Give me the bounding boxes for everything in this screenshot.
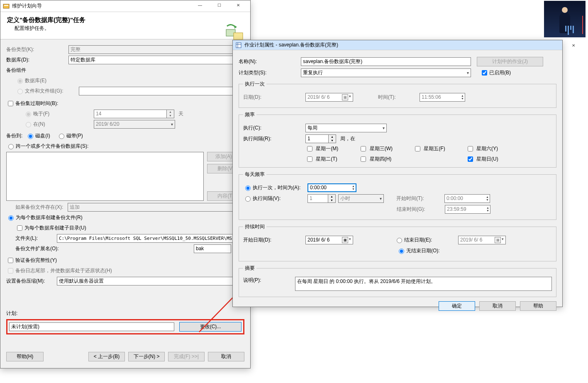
weekday-mon[interactable]: 星期一(M) bbox=[305, 145, 338, 153]
summary-label: 说明(P): bbox=[243, 277, 295, 284]
weekday-wed[interactable]: 星期三(W) bbox=[359, 145, 393, 153]
jobs-in-schedule-button: 计划中的作业(J) bbox=[477, 57, 543, 66]
folder-label: 文件夹(L): bbox=[15, 235, 57, 242]
dur-start-date-input[interactable]: 2019/ 6/ 6▦▾ bbox=[305, 236, 353, 244]
wizard-help-button[interactable]: 帮助(H) bbox=[6, 352, 44, 361]
weekday-thu[interactable]: 星期四(H) bbox=[359, 155, 393, 163]
dur-no-end-radio[interactable] bbox=[399, 249, 404, 254]
sched-enabled-checkbox[interactable] bbox=[482, 70, 487, 76]
svg-marker-4 bbox=[234, 25, 237, 29]
component-files-input bbox=[79, 87, 244, 95]
backup-to-tape-radio[interactable] bbox=[59, 134, 64, 139]
set-expire-checkbox[interactable] bbox=[8, 101, 13, 106]
summary-group: 摘要 说明(P): 在每周 星期日 的 0:00:00 执行。将从 2019/6… bbox=[239, 265, 556, 297]
outer-close-button[interactable]: ✕ bbox=[564, 39, 583, 51]
wizard-titlebar[interactable]: 维护计划向导 — ☐ ✕ bbox=[0, 0, 250, 12]
summary-legend: 摘要 bbox=[243, 265, 256, 272]
weekday-sat[interactable]: 星期六(Y) bbox=[466, 145, 498, 153]
per-db-subdir-label: 为每个数据库创建子目录(U) bbox=[24, 224, 86, 232]
chevron-down-icon: ▾ bbox=[383, 126, 385, 130]
backup-to-disk-label: 磁盘(I) bbox=[35, 132, 50, 139]
schedule-title: 作业计划属性 - saveplan.备份数据库(完整) bbox=[244, 41, 560, 49]
dur-end-date-input: 2019/ 6/ 6▦▾ bbox=[458, 236, 506, 244]
backup-files-listbox[interactable] bbox=[6, 152, 204, 201]
wizard-cancel-button[interactable]: 取消 bbox=[208, 352, 244, 361]
svg-rect-3 bbox=[234, 33, 243, 39]
extension-label: 备份文件扩展名(O): bbox=[15, 245, 194, 252]
svg-rect-6 bbox=[236, 43, 241, 48]
verify-integrity-checkbox[interactable] bbox=[8, 258, 13, 263]
summary-textarea[interactable]: 在每周 星期日 的 0:00:00 执行。将从 2019/6/6 开始使用计划。 bbox=[295, 277, 552, 291]
once-date-label: 日期(D): bbox=[243, 94, 305, 101]
wizard-app-icon bbox=[3, 3, 10, 10]
per-db-subdir-checkbox[interactable] bbox=[17, 225, 22, 231]
across-files-radio[interactable] bbox=[8, 144, 14, 149]
sched-enabled-label: 已启用(B) bbox=[489, 69, 511, 76]
wizard-close-button[interactable]: ✕ bbox=[229, 0, 248, 11]
calendar-icon: ▦ bbox=[495, 237, 501, 243]
weekday-sun[interactable]: 星期日(U) bbox=[466, 155, 498, 163]
once-group: 执行一次 日期(D): 2019/ 6/ 6▦▾ 时间(T): 11:55:06… bbox=[239, 81, 556, 108]
wizard-min-button[interactable]: — bbox=[190, 0, 210, 11]
set-expire-label: 备份集过期时间(B): bbox=[15, 100, 58, 107]
once-time-input: 11:55:06 ▲▼ bbox=[420, 93, 465, 102]
svg-rect-0 bbox=[3, 4, 9, 8]
wizard-back-button[interactable]: < 上一步(B) bbox=[88, 352, 125, 361]
extension-input[interactable] bbox=[194, 244, 231, 253]
weekday-tue[interactable]: 星期二(T) bbox=[305, 155, 338, 163]
chevron-down-icon: ▾ bbox=[467, 71, 469, 75]
sched-help-button[interactable]: 帮助 bbox=[520, 301, 556, 311]
freq-interval-unit: 周，在 bbox=[340, 135, 355, 142]
component-database-radio bbox=[17, 78, 23, 84]
daily-once-label: 执行一次，时间为(A): bbox=[253, 184, 307, 191]
freq-interval-label: 执行间隔(R): bbox=[243, 135, 305, 142]
freq-exec-label: 执行(C): bbox=[243, 124, 305, 132]
wizard-max-button[interactable]: ☐ bbox=[210, 0, 229, 11]
compression-combo[interactable]: 使用默认服务器设置▾ bbox=[57, 277, 244, 285]
daily-end-label: 结束时间(G): bbox=[397, 206, 445, 213]
backup-to-label: 备份到: bbox=[6, 132, 22, 139]
database-label: 数据库(D): bbox=[6, 56, 68, 63]
video-pip-overlay[interactable] bbox=[544, 1, 586, 37]
freq-interval-spinner[interactable]: ▲▼ bbox=[305, 134, 336, 143]
daily-once-radio[interactable] bbox=[245, 185, 251, 191]
change-schedule-button[interactable]: 更改(C)... bbox=[179, 322, 242, 332]
verify-integrity-label: 验证备份完整性(Y) bbox=[15, 257, 57, 264]
database-combo[interactable]: 特定数据库▾ bbox=[68, 56, 244, 64]
schedule-titlebar[interactable]: 作业计划属性 - saveplan.备份数据库(完整) bbox=[233, 40, 562, 50]
dur-end-date-label: 结束日期(E): bbox=[404, 237, 458, 244]
schedule-app-icon bbox=[235, 42, 242, 49]
daily-once-time-input[interactable]: 0:00:00 ▲▼ bbox=[307, 183, 356, 192]
wizard-next-button[interactable]: 下一步(N) > bbox=[128, 352, 165, 361]
compression-label: 设置备份压缩(M): bbox=[6, 278, 57, 285]
svg-rect-1 bbox=[4, 5, 8, 6]
daily-interval-radio[interactable] bbox=[245, 196, 251, 202]
backup-type-label: 备份类型(K): bbox=[6, 46, 68, 53]
dur-start-label: 开始日期(D): bbox=[243, 237, 305, 244]
backup-to-disk-radio[interactable] bbox=[28, 134, 33, 139]
daily-interval-spinner: ▲▼ bbox=[307, 194, 336, 203]
freq-exec-combo[interactable]: 每周▾ bbox=[305, 124, 387, 132]
component-files-label: 文件和文件组(G): bbox=[25, 88, 79, 95]
sched-cancel-button[interactable]: 取消 bbox=[479, 301, 516, 311]
folder-input[interactable] bbox=[57, 234, 244, 243]
once-time-label: 时间(T): bbox=[378, 94, 420, 101]
dur-end-date-radio[interactable] bbox=[397, 238, 402, 243]
weekday-fri[interactable]: 星期五(F) bbox=[413, 145, 445, 153]
sched-ok-button[interactable]: 确定 bbox=[439, 301, 475, 311]
tail-log-checkbox bbox=[8, 268, 13, 273]
schedule-display-input[interactable] bbox=[9, 322, 174, 331]
expire-after-days-spinner: ▲▼ bbox=[94, 110, 174, 118]
backup-components-label: 备份组件 bbox=[6, 67, 26, 74]
expire-after-radio bbox=[26, 112, 31, 117]
sched-type-combo[interactable]: 重复执行▾ bbox=[301, 68, 471, 77]
sched-name-label: 名称(N): bbox=[239, 58, 301, 65]
calendar-icon: ▦ bbox=[342, 237, 348, 243]
per-db-file-radio[interactable] bbox=[8, 215, 14, 221]
expire-on-label: 在(N) bbox=[33, 121, 94, 128]
sched-name-input[interactable] bbox=[301, 57, 471, 66]
if-exists-combo: 追加 bbox=[68, 203, 244, 212]
wizard-header-icon bbox=[224, 22, 244, 42]
expire-after-unit: 天 bbox=[178, 110, 183, 117]
wizard-finish-button: 完成(F) >>| bbox=[168, 352, 205, 361]
